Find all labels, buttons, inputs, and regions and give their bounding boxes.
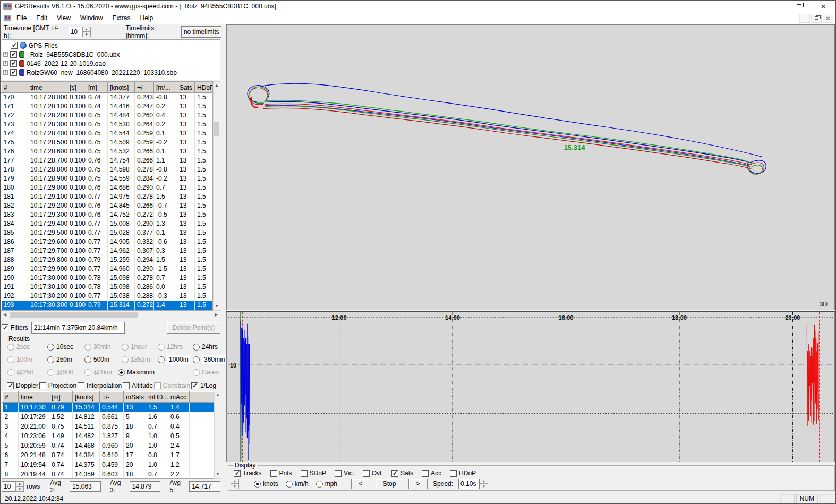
table-row[interactable]: 710:19:540.7414.3750.459201.01.2 [3,460,215,469]
scroll-thumb[interactable] [214,122,219,136]
checkbox-ovl-[interactable]: Ovl. [363,469,383,477]
scroll-right-icon[interactable]: ▶ [212,311,220,319]
table-row[interactable]: 19010:17:30.0000.1000.7815.0980.2780.713… [2,274,214,283]
menu-item-file[interactable]: File [12,13,31,23]
column-header[interactable]: Sats [177,82,195,93]
table-row[interactable]: 320:21:000.7514.5110.875180.70.4 [3,422,215,431]
column-header[interactable]: # [3,392,19,403]
table-row[interactable]: 18510:17:29.5000.1000.7715.0280.3770.113… [2,228,214,237]
scroll-down-icon[interactable]: ▼ [215,471,221,478]
column-header[interactable]: [m] [86,82,108,93]
radio-1000m[interactable]: 1000m [158,355,193,364]
scroll-down-icon[interactable]: ▼ [214,303,220,310]
column-header[interactable] [190,392,215,403]
tree-file-label[interactable]: _Rolz_94B555C8DB1C_000.ubx [27,51,120,58]
checkbox-altitude[interactable]: Altitude [123,382,153,389]
spin-down-icon[interactable]: ▼ [231,484,239,489]
table-row[interactable]: 18110:17:29.1000.1000.7714.9750.2781.513… [2,192,214,201]
mdi-restore-button[interactable] [811,14,822,23]
scroll-thumb[interactable] [10,312,138,318]
radio-maximum[interactable]: Maximum [118,369,158,376]
column-header[interactable]: +/- [135,82,154,93]
column-header[interactable]: time [19,392,49,403]
table-row[interactable]: 820:19:440.7414.3590.603180.72.2 [3,469,215,479]
checkbox-glyph[interactable] [10,60,17,67]
table-row[interactable]: 18410:17:29.4000.1000.7715.0080.2901.313… [2,219,214,228]
column-header[interactable]: # [2,82,28,93]
table-row[interactable]: 17610:17:28.6000.1000.7514.5320.2660.113… [2,147,214,156]
column-header[interactable]: [m] [49,392,73,403]
stop-button[interactable]: Stop [376,479,403,489]
tree-root-label[interactable]: GPS-Files [29,42,58,49]
radio-knots[interactable]: knots [254,480,278,488]
radio-360min[interactable]: 360min [193,355,227,364]
table-row[interactable]: 17910:17:28.9000.1000.7514.5590.284-0.21… [2,174,214,183]
speed-spinner[interactable]: 0.10s ▲▼ [458,479,488,489]
radio-10sec[interactable]: 10sec [47,343,84,351]
radio-mph[interactable]: mph [316,480,337,488]
table-row[interactable]: 18210:17:29.2000.1000.7614.8450.266-0.71… [2,201,214,210]
table-row[interactable]: 210:17:291.5214.8120.66151.60.6 [3,412,215,422]
radio-km-h[interactable]: km/h [286,480,309,488]
table-row[interactable]: 18310:17:29.3000.1000.7614.7520.272-0.51… [2,210,214,219]
table-row[interactable]: 620:21:480.7414.3840.610170.81.7 [3,450,215,460]
restore-button[interactable] [787,1,811,12]
spin-down-icon[interactable]: ▼ [480,484,488,489]
spin-up-icon[interactable]: ▲ [231,479,239,484]
mdi-close-button[interactable]: ✕ [823,14,833,23]
column-header[interactable]: [knots] [73,392,100,403]
checkbox-glyph[interactable] [11,42,18,49]
expand-icon[interactable]: + [3,70,8,75]
rows-value[interactable]: 10 [2,481,15,492]
menu-item-window[interactable]: Window [75,13,108,23]
table-row[interactable]: 17110:17:28.1000.1000.7414.4160.2470.213… [2,102,214,111]
rows-spinner[interactable]: 10 ▲▼ [2,481,24,492]
option-input[interactable]: 1000m [167,355,191,364]
table-row[interactable]: 19310:17:30.3000.1000.7915.3140.2721.413… [2,301,214,310]
checkbox-interpolation[interactable]: Interpolation [78,382,122,389]
radio-250m[interactable]: 250m [47,356,84,363]
spin-down-icon[interactable]: ▼ [15,486,24,492]
scroll-up-icon[interactable]: ▲ [214,82,220,89]
table-row[interactable]: 110:17:300.7915.3140.544131.51.4 [3,403,215,412]
column-header[interactable]: mAcc [168,392,190,403]
table-row[interactable]: 17710:17:28.7000.1000.7614.7540.2661.113… [2,156,214,165]
table-row[interactable]: 17310:17:28.3000.1000.7514.5300.2640.213… [2,120,214,129]
timezone-spinner[interactable]: 10 ▲▼ [69,27,91,37]
column-header[interactable]: HDoP [195,82,214,93]
filters-summary-input[interactable]: 21:14min 7.375km 20.84km/h [31,322,125,334]
menu-item-view[interactable]: View [52,13,75,23]
column-header[interactable]: [knots] [108,82,135,93]
tree-file-item[interactable]: +_Rolz_94B555C8DB1C_000.ubx [3,50,219,59]
scroll-left-icon[interactable]: ◀ [1,311,8,319]
minimize-button[interactable]: — [762,1,787,12]
option-input[interactable]: 360min [202,355,227,364]
table-row[interactable]: 17510:17:28.5000.1000.7514.5090.259-0.21… [2,138,214,147]
table-row[interactable]: 19110:17:30.1000.1000.7815.0980.2860.013… [2,283,214,292]
spin-up-icon[interactable]: ▲ [15,481,24,486]
table-row[interactable]: 510:20:590.7414.4680.960201.02.4 [3,441,215,450]
checkbox-vic-[interactable]: Vic. [335,469,354,477]
checkbox-acc[interactable]: Acc [422,469,441,477]
track-map-panel[interactable]: 15.314 3D [226,24,835,310]
close-button[interactable]: ✕ [811,1,835,12]
table-row[interactable]: 18710:17:29.7000.1000.7714.9620.3070.313… [2,246,214,255]
checkbox-1-leg[interactable]: 1/Leg [191,382,216,389]
table-row[interactable]: 410:23:061.4914.4821.82791.00.5 [3,431,215,441]
column-header[interactable]: time [28,82,67,93]
radio-24hrs[interactable]: 24hrs [193,343,218,351]
expand-icon[interactable]: + [3,52,8,57]
checkbox-sdop[interactable]: SDoP [301,469,326,477]
menu-item-extras[interactable]: Extras [108,13,135,23]
scroll-up-icon[interactable]: ▲ [215,391,221,399]
speed-graph-panel[interactable]: 12:00 14:00 16:00 18:00 20:00 10 [226,311,835,462]
table-row[interactable]: 17410:17:28.4000.1000.7514.5440.2590.113… [2,129,214,138]
spin-up-icon[interactable]: ▲ [82,27,91,32]
timezone-value[interactable]: 10 [69,27,82,37]
step-back-button[interactable]: < [351,479,370,489]
menu-item-help[interactable]: Help [135,13,158,23]
tree-root-item[interactable]: GPS-Files [3,41,219,50]
step-forward-button[interactable]: > [408,479,428,489]
checkbox-hdop[interactable]: HDoP [450,469,476,477]
column-header[interactable]: mSats [124,392,146,403]
